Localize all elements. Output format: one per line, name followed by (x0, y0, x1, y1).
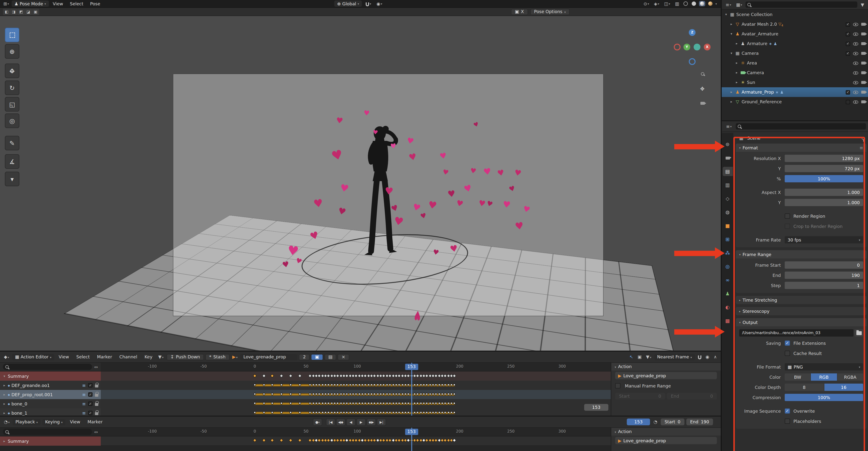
keyframe[interactable] (429, 393, 431, 395)
keyframe[interactable] (343, 402, 345, 404)
keyframe[interactable] (429, 402, 431, 404)
keyframe[interactable] (401, 393, 403, 395)
keyframe[interactable] (377, 411, 379, 414)
keyframe[interactable] (420, 411, 422, 414)
keyframe[interactable] (447, 402, 450, 404)
keyframe[interactable] (298, 374, 302, 378)
keyframe[interactable] (450, 393, 453, 395)
render-visibility-toggle[interactable] (861, 81, 866, 84)
keyframe[interactable] (420, 393, 422, 395)
tab-world[interactable]: ◍ (722, 207, 733, 217)
keyframe[interactable] (349, 411, 351, 414)
keyframe[interactable] (453, 439, 457, 443)
keyframe[interactable] (270, 374, 274, 378)
xray-toggle-icon[interactable]: ▥ (674, 1, 681, 6)
shading-solid-icon[interactable] (691, 1, 697, 6)
keyframe[interactable] (355, 411, 358, 414)
tab-object[interactable]: ■ (722, 221, 733, 230)
keyframe[interactable] (401, 402, 403, 404)
keyframe[interactable] (334, 402, 336, 404)
keyframe[interactable] (450, 411, 453, 414)
keyframe[interactable] (312, 402, 314, 404)
pan-hand-icon[interactable]: ✥ (698, 84, 707, 93)
outliner-row-sun[interactable]: ▸☀Sun (722, 78, 868, 87)
keyframe[interactable] (262, 439, 266, 443)
keyframe[interactable] (420, 402, 422, 404)
keyframe[interactable] (289, 439, 293, 443)
aspect-y-field[interactable]: 1.000 (785, 199, 863, 206)
keyframe[interactable] (386, 411, 388, 414)
outliner-filter-icon[interactable]: ▼ (859, 2, 866, 7)
keyframe[interactable] (401, 411, 403, 414)
lock-icon[interactable] (95, 394, 98, 397)
menu-pose[interactable]: Pose (87, 1, 103, 6)
tool-setting-icon-5[interactable]: ▣ (32, 8, 39, 15)
keyframe[interactable] (413, 402, 416, 404)
keyframe[interactable] (346, 384, 348, 386)
jump-end-button[interactable]: ▶| (377, 419, 386, 426)
keyframe[interactable] (312, 411, 314, 414)
keyframe[interactable] (435, 402, 437, 404)
channel-enable-checkbox[interactable]: ✓ (88, 401, 93, 406)
key-band-summary[interactable] (101, 371, 611, 381)
depth-8-button[interactable]: 8 (785, 384, 824, 391)
keyframe[interactable] (367, 384, 370, 386)
output-path-field[interactable]: /Users/martinshibu...rence/introAnim_03 (739, 329, 854, 337)
keyframe[interactable] (432, 402, 434, 404)
outliner-row-armature[interactable]: ▸♟Armature∗♟✓ (722, 39, 868, 49)
keyframe[interactable] (263, 411, 265, 414)
editor-type-icon[interactable]: ⊞▾ (2, 1, 10, 6)
key-band-bone-1[interactable] (101, 408, 611, 416)
unlink-action-button[interactable]: × (338, 354, 349, 360)
visibility-dropdown-icon[interactable]: ⊙▾ (642, 1, 651, 6)
eye-toggle[interactable] (853, 61, 858, 65)
keyframe[interactable] (315, 384, 317, 386)
keyframe[interactable] (352, 393, 354, 395)
outliner-editor-icon[interactable]: ≡▾ (724, 2, 733, 7)
keyframe[interactable] (454, 384, 456, 386)
keyframe[interactable] (395, 411, 397, 414)
channel-def-greande-oo1[interactable]: ▸◆DEF_greande.oo1≡✓ (0, 381, 101, 390)
play-button[interactable]: ▶ (356, 419, 366, 426)
keyframe[interactable] (328, 411, 330, 414)
properties-editor-icon[interactable]: ≡▾ (724, 124, 733, 129)
key-band-def-prop-root-001[interactable] (101, 390, 611, 399)
keyframe[interactable] (340, 411, 342, 414)
keyframe[interactable] (389, 411, 391, 414)
channel-disclosure-icon[interactable]: ▾ (2, 374, 6, 378)
keyframe[interactable] (318, 411, 320, 414)
ds-proportional-icon[interactable]: ◉ (704, 355, 711, 359)
keyframe[interactable] (315, 393, 317, 395)
keyframe[interactable] (280, 384, 283, 386)
keyframe[interactable] (379, 402, 382, 404)
ds-menu-view[interactable]: View (56, 355, 72, 359)
selectable-checkbox[interactable] (846, 100, 850, 104)
keyframe[interactable] (370, 402, 373, 404)
stash-button[interactable]: *Stash (206, 354, 229, 360)
gizmo-axis-neg[interactable] (674, 44, 681, 51)
keyframe[interactable] (426, 411, 428, 414)
shading-dropdown-icon[interactable]: ▾ (715, 2, 717, 5)
eye-toggle[interactable] (853, 42, 858, 45)
menu-view[interactable]: View (50, 1, 66, 6)
shading-wireframe-icon[interactable] (682, 1, 689, 6)
tl-keying-dropdown[interactable]: Keying▾ (42, 419, 66, 425)
keyframe[interactable] (377, 384, 379, 386)
keyframe[interactable] (343, 384, 345, 386)
keyframe[interactable] (337, 411, 339, 414)
keyframe[interactable] (447, 393, 450, 395)
keyframe[interactable] (289, 384, 292, 386)
keyframe[interactable] (377, 402, 379, 404)
render-region-checkbox[interactable] (785, 214, 790, 219)
keyframe[interactable] (279, 439, 283, 443)
tl-search-input[interactable] (3, 429, 92, 435)
action-browse-icon[interactable]: ▶▾ (231, 355, 239, 359)
keyframe[interactable] (309, 384, 311, 386)
keyframe[interactable] (343, 393, 345, 395)
tool-extra-button[interactable]: ▾ (5, 172, 20, 186)
keyframe[interactable] (416, 384, 419, 386)
keyframe[interactable] (398, 411, 400, 414)
outliner-row-scene-collection[interactable]: ▾▦Scene Collection (722, 10, 868, 20)
keyframe[interactable] (330, 411, 333, 414)
channel-enable-checkbox[interactable]: ✓ (88, 383, 93, 388)
